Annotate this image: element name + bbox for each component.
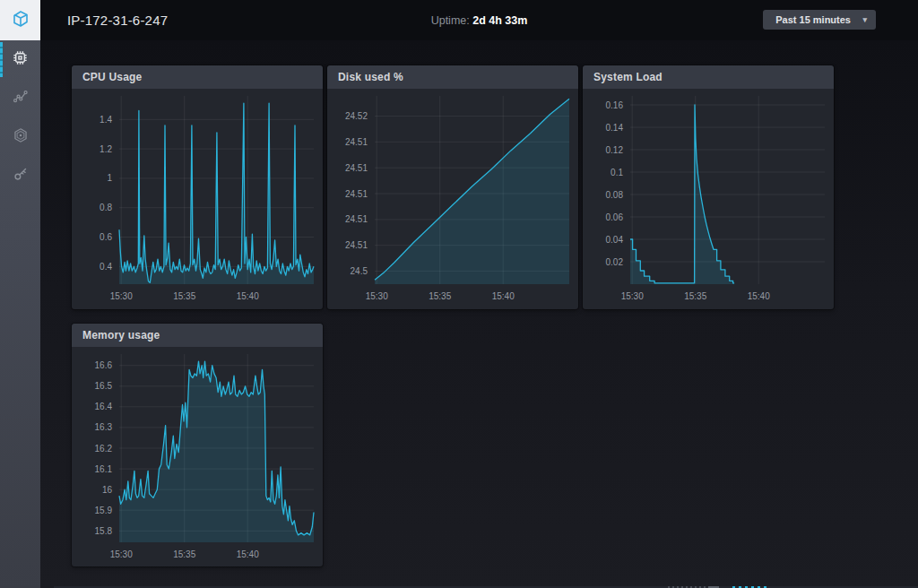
svg-text:24.5: 24.5 — [351, 266, 368, 276]
hex-nut-icon — [11, 125, 30, 149]
panel-cpu-usage: CPU Usage 0.40.60.811.21.415:3015:3515:4… — [72, 65, 323, 309]
memory-usage-chart[interactable]: 15.815.91616.116.216.316.416.516.615:301… — [72, 347, 323, 566]
page-title: IP-172-31-6-247 — [67, 13, 168, 28]
svg-text:0.08: 0.08 — [606, 190, 624, 200]
panel-disk-used: Disk used % 24.524.5124.5124.5124.5124.5… — [327, 65, 578, 309]
sidebar-item-settings[interactable] — [0, 117, 40, 156]
svg-text:1: 1 — [107, 173, 112, 183]
system-load-chart[interactable]: 0.020.040.060.080.10.120.140.1615:3015:3… — [583, 89, 834, 309]
svg-text:15:30: 15:30 — [110, 549, 133, 559]
cube-logo-icon — [10, 8, 31, 33]
svg-text:15:40: 15:40 — [748, 291, 770, 301]
sidebar-item-metrics-explorer[interactable] — [0, 79, 40, 117]
svg-text:0.4: 0.4 — [100, 262, 112, 272]
top-bar: IP-172-31-6-247 Uptime: 2d 4h 33m Past 1… — [40, 0, 918, 40]
uptime-value: 2d 4h 33m — [472, 14, 527, 27]
panel-system-load: System Load 0.020.040.060.080.10.120.140… — [583, 65, 834, 309]
panel-title: Disk used % — [338, 71, 403, 83]
svg-text:24.51: 24.51 — [345, 163, 368, 173]
dashboard-content: CPU Usage 0.40.60.811.21.415:3015:3515:4… — [40, 40, 918, 588]
svg-text:0.14: 0.14 — [606, 123, 624, 133]
svg-text:15:35: 15:35 — [684, 291, 706, 301]
memory-panel-header[interactable]: Memory usage — [72, 324, 323, 347]
panel-title: System Load — [593, 71, 663, 83]
svg-text:15.8: 15.8 — [95, 526, 113, 536]
cpu-chip-icon — [10, 48, 30, 72]
sidebar — [0, 0, 40, 588]
sidebar-item-logo[interactable] — [0, 0, 40, 40]
svg-text:1.4: 1.4 — [100, 115, 112, 125]
sidebar-item-access-keys[interactable] — [0, 156, 40, 195]
key-icon — [11, 164, 30, 187]
sidebar-item-system-metrics[interactable] — [0, 40, 40, 79]
svg-text:1.2: 1.2 — [100, 144, 112, 154]
svg-text:15:40: 15:40 — [237, 549, 259, 559]
svg-text:0.12: 0.12 — [606, 145, 624, 155]
uptime-status: Uptime: 2d 4h 33m — [431, 14, 528, 27]
svg-text:0.1: 0.1 — [611, 168, 623, 177]
svg-text:16.5: 16.5 — [95, 381, 113, 391]
svg-text:15:30: 15:30 — [366, 291, 388, 301]
svg-text:24.51: 24.51 — [345, 214, 368, 224]
svg-text:15.9: 15.9 — [95, 506, 113, 515]
svg-text:24.51: 24.51 — [345, 240, 368, 250]
time-range-label: Past 15 minutes — [775, 14, 851, 25]
svg-text:0.06: 0.06 — [606, 212, 624, 222]
disk-used-chart[interactable]: 24.524.5124.5124.5124.5124.5124.5215:301… — [327, 89, 578, 309]
svg-text:16.3: 16.3 — [95, 422, 113, 432]
svg-text:16.4: 16.4 — [95, 402, 113, 411]
svg-text:15:35: 15:35 — [173, 291, 195, 301]
svg-text:24.52: 24.52 — [345, 111, 368, 121]
disk-panel-header[interactable]: Disk used % — [327, 65, 578, 89]
uptime-label: Uptime: — [431, 14, 470, 27]
svg-text:0.8: 0.8 — [100, 203, 112, 212]
svg-text:16.6: 16.6 — [95, 360, 113, 370]
load-panel-header[interactable]: System Load — [583, 65, 834, 89]
svg-text:15:40: 15:40 — [237, 291, 259, 301]
cpu-usage-chart[interactable]: 0.40.60.811.21.415:3015:3515:40 — [72, 89, 323, 309]
panel-title: Memory usage — [82, 329, 160, 342]
svg-text:15:40: 15:40 — [492, 291, 515, 301]
svg-text:0.02: 0.02 — [606, 257, 624, 267]
panel-title: CPU Usage — [82, 71, 143, 83]
svg-text:0.16: 0.16 — [606, 100, 624, 110]
panel-memory-usage: Memory usage 15.815.91616.116.216.316.41… — [72, 324, 323, 566]
svg-text:15:35: 15:35 — [429, 291, 451, 301]
svg-text:16: 16 — [102, 485, 113, 495]
svg-text:24.51: 24.51 — [345, 189, 368, 199]
svg-text:0.6: 0.6 — [100, 232, 112, 242]
cpu-panel-header[interactable]: CPU Usage — [72, 65, 323, 89]
svg-text:15:30: 15:30 — [110, 291, 133, 301]
chevron-down-icon: ▾ — [862, 10, 867, 30]
time-range-dropdown[interactable]: Past 15 minutes ▾ — [763, 10, 876, 30]
line-chart-icon — [11, 87, 30, 110]
svg-text:24.51: 24.51 — [345, 137, 368, 147]
svg-text:15:30: 15:30 — [621, 291, 644, 301]
svg-text:16.2: 16.2 — [95, 444, 113, 454]
svg-text:16.1: 16.1 — [95, 464, 113, 474]
svg-text:0.04: 0.04 — [606, 235, 624, 245]
svg-text:15:35: 15:35 — [173, 549, 195, 559]
